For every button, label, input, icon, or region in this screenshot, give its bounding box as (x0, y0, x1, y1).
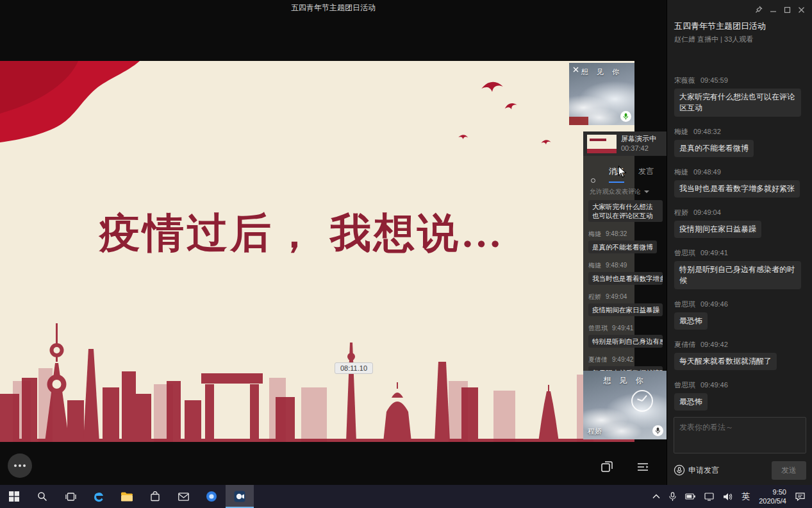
battery-icon[interactable] (681, 485, 700, 508)
collapse-dot-icon[interactable] (591, 178, 595, 183)
overlay-chat-message: 梅婕9:48:49 我当时也是看着数字增多就好紧张 (588, 261, 663, 287)
live-title: 五四青年节主题团日活动 (674, 21, 766, 32)
chat-sender-name: 曾思琪 (674, 381, 695, 389)
city-skyline-graphic (0, 323, 634, 442)
input-method-indicator[interactable]: 英 (737, 485, 754, 508)
chat-sender-name: 梅婕 (588, 262, 601, 269)
chat-timestamp: 09:49:46 (700, 381, 728, 389)
close-icon[interactable] (794, 4, 808, 15)
chat-message-meta: 宋薇薇09:45:59 (674, 76, 806, 85)
overlay-message-meta: 曾思琪9:49:41 (588, 324, 663, 333)
request-speak-button[interactable]: 申请发言 (674, 464, 719, 476)
overlay-message-meta: 夏倩倩9:49:42 (588, 355, 663, 364)
meeting-window: 五四青年节主题团日活动 疫情过后， 我想说… (0, 0, 812, 508)
chat-message-meta: 曾思琪09:49:41 (674, 248, 806, 258)
poster-title-text: 想 见 你 (583, 375, 667, 386)
minimize-icon[interactable] (766, 4, 780, 15)
clock[interactable]: 9:50 2020/5/4 (754, 485, 791, 508)
bird-icon (502, 99, 520, 113)
comment-permission-label: 允许观众发表评论 (590, 187, 641, 196)
maximize-icon[interactable] (780, 4, 794, 15)
overlay-chat-panel: 消息 发言 允许观众发表评论 大家听完有什么想法也可以在评论区互动 梅婕9:48… (583, 156, 667, 372)
chat-sender-name: 程娇 (674, 208, 688, 216)
chat-message-meta: 曾思琪09:49:46 (674, 300, 806, 309)
speaker-icon[interactable] (718, 485, 737, 508)
panel-toggle-icon[interactable] (631, 455, 655, 479)
chat-message: 曾思琪09:49:41 特别是听到自己身边有感染者的时候 (674, 248, 806, 289)
browser-app-icon[interactable] (197, 485, 226, 508)
store-icon[interactable] (141, 485, 169, 508)
chat-sender-name: 宋薇薇 (674, 76, 695, 84)
close-icon[interactable] (571, 65, 580, 74)
comment-input-box (674, 417, 806, 453)
overlay-chat-message: 曾思琪9:49:41 特别是听到自己身边有感染者的时候 (588, 324, 663, 350)
speaker-name-label: 程娇 (588, 427, 602, 436)
task-view-icon[interactable] (56, 485, 85, 508)
tray-microphone-icon[interactable] (665, 485, 681, 508)
sidebar-message-list[interactable]: 宋薇薇09:45:59 大家听完有什么想法也可以在评论区互动 梅婕09:48:3… (674, 55, 806, 413)
microphone-circle-icon (674, 464, 685, 476)
start-button[interactable] (0, 485, 28, 508)
tab-speak[interactable]: 发言 (638, 166, 654, 183)
chat-bubble: 最恐怖 (674, 393, 708, 411)
participant-video-tile[interactable]: 想 见 你 (569, 63, 634, 125)
chat-timestamp: 09:45:59 (700, 76, 728, 84)
comment-input[interactable] (674, 418, 806, 453)
chat-timestamp: 9:48:32 (606, 230, 627, 237)
chat-timestamp: 09:49:04 (693, 208, 721, 216)
overlay-chat-message: 夏倩倩9:49:42 每天醒来就看数据就清醒了 (588, 355, 663, 372)
bird-icon (457, 132, 469, 141)
overlay-message-list: 大家听完有什么想法也可以在评论区互动 梅婕9:48:32 是真的不能老看微博 梅… (587, 200, 663, 372)
chat-bubble: 我当时也是看着数字增多就好紧张 (588, 272, 663, 285)
more-options-button[interactable] (8, 453, 32, 478)
tray-time: 9:50 (759, 487, 786, 496)
chat-bubble: 是真的不能老看微博 (674, 140, 754, 157)
layout-switch-button[interactable] (595, 455, 619, 479)
pin-icon[interactable] (752, 4, 766, 15)
mail-icon[interactable] (169, 485, 197, 508)
overlay-chat-tabs: 消息 发言 (602, 160, 661, 183)
chat-bubble: 最恐怖 (674, 312, 708, 330)
hidden-icons-chevron[interactable] (648, 485, 665, 508)
window-title: 五四青年节主题团日活动 (0, 3, 667, 13)
chat-sender-name: 曾思琪 (588, 325, 608, 332)
chat-bubble: 疫情期间在家日益暴躁 (674, 221, 761, 238)
screen-share-panel[interactable]: 屏幕演示中 00:37:42 (583, 131, 667, 156)
send-button[interactable]: 发送 (772, 461, 806, 480)
chat-message-meta: 程娇09:49:04 (674, 208, 806, 217)
microphone-icon (652, 425, 663, 436)
system-tray: 英 9:50 2020/5/4 (648, 485, 812, 508)
share-status-label: 屏幕演示中 (621, 134, 656, 144)
edge-browser-icon[interactable] (85, 485, 113, 508)
chat-timestamp: 09:48:49 (693, 168, 721, 176)
chat-timestamp: 9:49:04 (606, 293, 627, 300)
microphone-icon (620, 111, 631, 122)
chat-message: 梅婕09:48:49 我当时也是看着数字增多就好紧张 (674, 167, 806, 198)
chat-sender-name: 夏倩倩 (588, 356, 608, 363)
display-network-icon[interactable] (700, 485, 718, 508)
meeting-app-taskbar-icon[interactable] (226, 485, 254, 508)
chat-sender-name: 曾思琪 (674, 300, 695, 308)
search-icon[interactable] (28, 485, 56, 508)
chat-sender-name: 梅婕 (674, 128, 688, 135)
chat-sender-name: 梅婕 (588, 230, 601, 237)
comment-permission-control[interactable]: 允许观众发表评论 (590, 187, 663, 196)
shared-slide: 疫情过后， 我想说… (0, 61, 634, 442)
participant-video-tile[interactable]: 想 见 你 程娇 (583, 371, 667, 439)
action-center-icon[interactable] (791, 485, 809, 508)
bird-icon (479, 78, 505, 94)
presentation-stage: 五四青年节主题团日活动 疫情过后， 我想说… (0, 0, 667, 485)
chevron-down-icon (644, 190, 649, 193)
overlay-chat-message: 大家听完有什么想法也可以在评论区互动 (588, 200, 663, 224)
chat-bubble: 特别是听到自己身边有感染者的时候 (588, 335, 663, 348)
overlay-message-meta: 程娇9:49:04 (588, 292, 663, 301)
chat-timestamp: 9:48:49 (606, 262, 627, 269)
chat-message-meta: 曾思琪09:49:46 (674, 380, 806, 390)
chat-message-meta: 夏倩倩09:49:42 (674, 340, 806, 350)
file-explorer-icon[interactable] (113, 485, 141, 508)
overlay-chat-message: 程娇9:49:04 疫情期间在家日益暴躁 (588, 292, 663, 319)
chat-timestamp: 09:49:42 (700, 341, 728, 348)
window-controls (752, 4, 808, 15)
speaker-name-tag (569, 117, 588, 125)
chat-bubble: 我当时也是看着数字增多就好紧张 (674, 180, 800, 198)
